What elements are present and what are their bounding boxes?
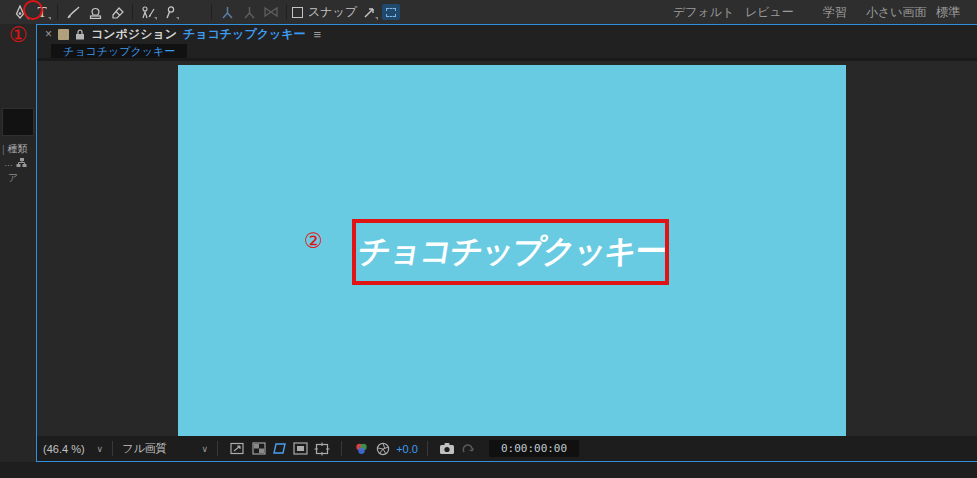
preview-lock-button[interactable] — [229, 441, 246, 456]
eraser-icon — [110, 5, 125, 20]
roto-brush-tool-button[interactable] — [138, 2, 158, 22]
clone-stamp-tool-button[interactable] — [85, 2, 105, 22]
resolution-value: フル画質 — [122, 441, 167, 456]
panel-title: コンポジション — [91, 26, 177, 43]
type-column-header[interactable]: 種類 — [8, 142, 28, 156]
project-panel-sliver: | 種類 … ア — [0, 24, 36, 462]
exposure-reset-button[interactable] — [374, 441, 391, 456]
bottom-panel-strip — [0, 462, 977, 478]
preview-lock-icon — [230, 442, 245, 455]
workspace-tab-learn[interactable]: 学習 — [823, 0, 847, 24]
toolbar-divider — [286, 4, 287, 20]
local-axis-mode-button[interactable] — [217, 2, 237, 22]
tool-bar: T — [0, 0, 977, 24]
flowchart-icon — [16, 157, 27, 168]
workspace-tab-review[interactable]: レビュー — [745, 0, 794, 24]
resolution-select[interactable]: フル画質 ∨ — [122, 441, 208, 456]
after-effects-window: T — [0, 0, 977, 478]
clone-stamp-icon — [88, 5, 103, 20]
toolbar-divider — [57, 4, 58, 20]
view-target-button[interactable] — [313, 441, 330, 456]
eraser-tool-button[interactable] — [107, 2, 127, 22]
project-panel-field[interactable] — [2, 108, 34, 136]
panel-color-chip — [58, 29, 69, 40]
mask-shape-icon — [272, 442, 287, 455]
puppet-pin-icon — [163, 5, 177, 20]
viewer-tab-button[interactable]: チョコチップクッキー — [51, 44, 187, 59]
transparency-grid-icon — [252, 442, 266, 455]
channel-select-button[interactable] — [353, 441, 370, 456]
magnification-select[interactable]: (46.4 %) ∨ — [43, 443, 103, 455]
snap-angle-icon — [363, 6, 376, 19]
timecode-display[interactable]: 0:00:00:00 — [489, 440, 579, 457]
viewer-status-bar: (46.4 %) ∨ フル画質 ∨ — [37, 436, 977, 461]
toolbar-divider — [211, 4, 212, 20]
statusbar-divider — [217, 441, 218, 456]
view-axis-mode-button[interactable] — [261, 2, 281, 22]
crosshair-box-icon — [314, 442, 330, 456]
composition-panel-tab[interactable]: × コンポジション チョコチップクッキー ≡ — [37, 25, 977, 43]
snap-options-button[interactable] — [359, 2, 379, 22]
snap-checkbox-icon — [292, 7, 303, 18]
world-axis-mode-button[interactable] — [239, 2, 259, 22]
show-snapshot-button[interactable] — [460, 441, 477, 456]
local-axis-icon — [220, 5, 235, 20]
mask-visibility-toggle[interactable] — [271, 441, 288, 456]
workspace-tab-default[interactable]: デフォルト — [673, 0, 734, 24]
view-axis-icon — [263, 5, 279, 19]
partial-item-label: ア — [8, 171, 18, 185]
snapshot-swirl-icon — [461, 442, 475, 455]
toolbar-divider — [132, 4, 133, 20]
brush-tool-button[interactable] — [63, 2, 83, 22]
exposure-value[interactable]: +0.0 — [396, 443, 418, 455]
panel-menu-icon[interactable]: ≡ — [314, 27, 322, 42]
composition-name: チョコチップクッキー — [183, 26, 306, 43]
annotation-box-2 — [352, 219, 669, 285]
column-divider: | — [2, 144, 5, 155]
marquee-highlighted-icon — [382, 4, 400, 20]
tool-group: T — [0, 0, 402, 24]
lock-icon[interactable] — [75, 29, 85, 40]
aperture-icon — [376, 442, 390, 456]
statusbar-divider — [427, 441, 428, 456]
statusbar-divider — [112, 441, 113, 456]
rgb-channels-icon — [354, 442, 369, 456]
composition-panel: × コンポジション チョコチップクッキー ≡ チョコチップクッキー チョコチップ… — [36, 24, 977, 462]
region-of-interest-icon — [293, 442, 308, 455]
clipped-tool-icon[interactable] — [1, 2, 8, 22]
annotation-callout-2: ② — [304, 231, 323, 252]
annotation-circle-text-tool — [23, 0, 43, 20]
composition-canvas[interactable]: チョコチップクッキー ② — [178, 65, 846, 436]
chevron-down-icon: ∨ — [202, 444, 209, 454]
partial-tool-icon — [1, 5, 8, 19]
magnification-value: (46.4 %) — [43, 443, 85, 455]
annotation-callout-1: ① — [9, 25, 28, 46]
world-axis-icon — [242, 5, 257, 20]
transparency-grid-button[interactable] — [250, 441, 267, 456]
chevron-down-icon: ∨ — [97, 444, 104, 454]
marquee-option-button[interactable] — [381, 2, 401, 22]
camera-icon — [439, 442, 455, 455]
workspace-tab-standard[interactable]: 標準 — [936, 0, 960, 24]
composition-viewer[interactable]: チョコチップクッキー ② — [37, 58, 977, 436]
snapshot-button[interactable] — [439, 441, 456, 456]
snap-toggle[interactable]: スナップ — [292, 2, 357, 22]
statusbar-divider — [341, 441, 342, 456]
truncated-item-label: … — [4, 158, 13, 168]
region-of-interest-button[interactable] — [292, 441, 309, 456]
close-icon[interactable]: × — [45, 28, 52, 40]
roto-brush-icon — [140, 5, 156, 20]
workspace-tab-small-screen[interactable]: 小さい画面 — [866, 0, 927, 24]
puppet-pin-tool-button[interactable] — [160, 2, 180, 22]
brush-icon — [66, 5, 81, 20]
snap-label: スナップ — [308, 4, 357, 21]
